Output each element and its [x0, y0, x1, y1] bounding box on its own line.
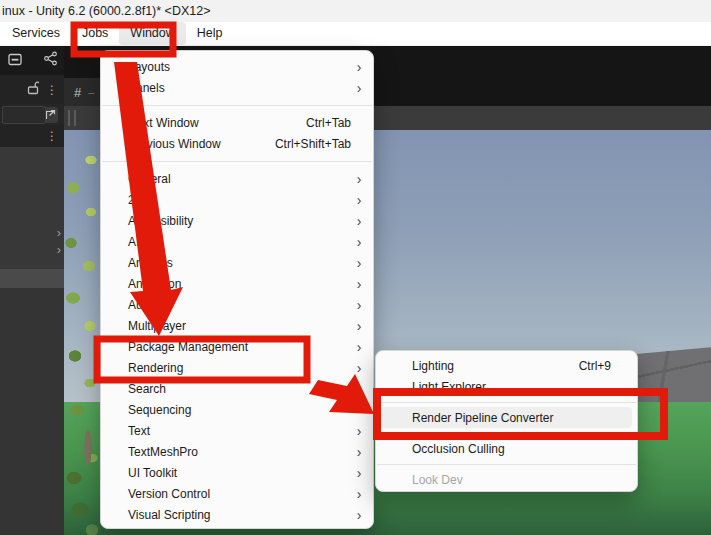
menu-item-2d[interactable]: 2D ›: [101, 189, 373, 210]
menu-item-sequencing[interactable]: Sequencing: [101, 399, 373, 420]
menu-item-label: General: [128, 172, 171, 186]
menu-item-label: Accessibility: [128, 214, 193, 228]
menu-item-text[interactable]: Text ›: [101, 420, 373, 441]
hierarchy-selected-row[interactable]: [0, 269, 64, 288]
menu-item-label: Light Explorer: [412, 380, 486, 394]
package-tray-icon[interactable]: [8, 52, 22, 70]
menu-item-label: Occlusion Culling: [412, 442, 505, 456]
submenu-chevron-icon: ›: [351, 192, 367, 208]
window-menu-dropdown: Layouts › Panels › Next Window Ctrl+Tab …: [100, 50, 374, 529]
menu-item-shortcut: Ctrl+Shift+Tab: [275, 137, 351, 151]
menu-item-animation[interactable]: Animation ›: [101, 273, 373, 294]
foldout-chevron-icon[interactable]: ›: [57, 226, 61, 239]
menu-item-label: Previous Window: [128, 137, 221, 151]
scene-tree: [64, 148, 98, 535]
dock-options-row: ⋮: [0, 125, 64, 147]
dock-search-row: [0, 104, 64, 125]
menu-bar: Services Jobs Window Help: [0, 22, 711, 46]
submenu-chevron-icon: ›: [351, 80, 367, 96]
menubar-item-window[interactable]: Window: [119, 22, 185, 45]
menu-item-panels[interactable]: Panels ›: [101, 77, 373, 98]
menu-item-label: UI Toolkit: [128, 466, 177, 480]
menu-item-label: Version Control: [128, 487, 210, 501]
submenu-item-occlusion-culling[interactable]: Occlusion Culling: [376, 438, 637, 459]
menu-item-accessibility[interactable]: Accessibility ›: [101, 210, 373, 231]
kebab-menu-icon[interactable]: ⋮: [46, 84, 58, 96]
foldout-chevron-icon[interactable]: ›: [57, 243, 61, 256]
submenu-chevron-icon: ›: [351, 213, 367, 229]
menu-bar-label: Window: [130, 26, 174, 40]
menu-item-audio[interactable]: Audio ›: [101, 294, 373, 315]
left-dock-panel: ⋮ ⋮ › ›: [0, 46, 64, 535]
submenu-chevron-icon: ›: [351, 507, 367, 523]
menu-item-label: Panels: [128, 81, 165, 95]
menu-item-label: Animation: [128, 277, 181, 291]
menubar-item-jobs[interactable]: Jobs: [71, 22, 119, 45]
submenu-chevron-icon: ›: [351, 234, 367, 250]
scene-tab[interactable]: # –: [64, 78, 100, 106]
menu-separator: [376, 428, 637, 438]
menu-item-layouts[interactable]: Layouts ›: [101, 56, 373, 77]
submenu-chevron-icon: ›: [351, 465, 367, 481]
dock-header-row: ⋮: [0, 75, 64, 104]
menu-item-rendering[interactable]: Rendering ›: [101, 357, 373, 378]
submenu-chevron-icon: ›: [351, 171, 367, 187]
menu-item-general[interactable]: General ›: [101, 168, 373, 189]
unlock-icon[interactable]: [27, 81, 39, 99]
unity-editor-window: inux - Unity 6.2 (6000.2.8f1)* <DX12> Se…: [0, 0, 711, 535]
version-control-branch-icon[interactable]: [43, 51, 58, 70]
menu-item-label: Rendering: [128, 361, 183, 375]
menu-item-label: Look Dev: [412, 473, 463, 487]
submenu-chevron-icon: ›: [351, 318, 367, 334]
menu-item-version-control[interactable]: Version Control ›: [101, 483, 373, 504]
menu-item-label: Next Window: [128, 116, 199, 130]
rendering-submenu: Lighting Ctrl+9 Light Explorer Render Pi…: [375, 350, 638, 492]
submenu-chevron-icon: ›: [351, 276, 367, 292]
menu-bar-label: Help: [197, 26, 223, 40]
menu-item-ui-toolkit[interactable]: UI Toolkit ›: [101, 462, 373, 483]
menu-separator: [376, 459, 637, 469]
menubar-item-help[interactable]: Help: [186, 22, 234, 45]
menu-bar-label: Jobs: [82, 26, 108, 40]
submenu-item-light-explorer[interactable]: Light Explorer: [376, 376, 637, 397]
menu-item-multiplayer[interactable]: Multiplayer ›: [101, 315, 373, 336]
submenu-chevron-icon: ›: [351, 339, 367, 355]
submenu-item-look-dev[interactable]: Look Dev: [376, 469, 637, 490]
menu-item-textmeshpro[interactable]: TextMeshPro ›: [101, 441, 373, 462]
menu-item-search[interactable]: Search ›: [101, 378, 373, 399]
menu-item-label: Render Pipeline Converter: [412, 411, 553, 425]
menubar-item-services[interactable]: Services: [1, 22, 71, 45]
menu-item-analysis[interactable]: Analysis ›: [101, 252, 373, 273]
menu-item-previous-window[interactable]: Previous Window Ctrl+Shift+Tab: [101, 133, 373, 154]
window-title: inux - Unity 6.2 (6000.2.8f1)* <DX12>: [2, 4, 210, 18]
menu-separator: [376, 397, 637, 407]
menu-item-label: Audio: [128, 298, 159, 312]
toolbar-drag-handle-icon[interactable]: [68, 110, 78, 126]
menu-item-label: 2D: [128, 193, 143, 207]
submenu-chevron-icon: ›: [351, 486, 367, 502]
menu-item-ai[interactable]: AI ›: [101, 231, 373, 252]
submenu-chevron-icon: ›: [351, 360, 367, 376]
menu-separator: [101, 154, 373, 168]
menu-item-package-management[interactable]: Package Management ›: [101, 336, 373, 357]
submenu-chevron-icon: ›: [351, 381, 367, 397]
menu-item-next-window[interactable]: Next Window Ctrl+Tab: [101, 112, 373, 133]
menu-bar-label: Services: [12, 26, 60, 40]
submenu-chevron-icon: ›: [351, 297, 367, 313]
title-bar: inux - Unity 6.2 (6000.2.8f1)* <DX12>: [0, 0, 711, 22]
menu-item-label: Sequencing: [128, 403, 191, 417]
submenu-item-lighting[interactable]: Lighting Ctrl+9: [376, 355, 637, 376]
kebab-menu-icon[interactable]: ⋮: [46, 130, 58, 142]
menu-separator: [101, 98, 373, 112]
menu-item-visual-scripting[interactable]: Visual Scripting ›: [101, 504, 373, 525]
submenu-item-render-pipeline-converter[interactable]: Render Pipeline Converter: [381, 407, 632, 428]
hierarchy-lower-area: [0, 288, 64, 535]
menu-item-label: Package Management: [128, 340, 248, 354]
dock-toolbar: [0, 46, 64, 75]
submenu-chevron-icon: ›: [351, 423, 367, 439]
scene-tab-dash: –: [88, 86, 94, 98]
menu-item-label: Visual Scripting: [128, 508, 211, 522]
menu-item-shortcut: Ctrl+Tab: [306, 116, 351, 130]
menu-item-label: Text: [128, 424, 150, 438]
search-field[interactable]: [2, 106, 46, 124]
